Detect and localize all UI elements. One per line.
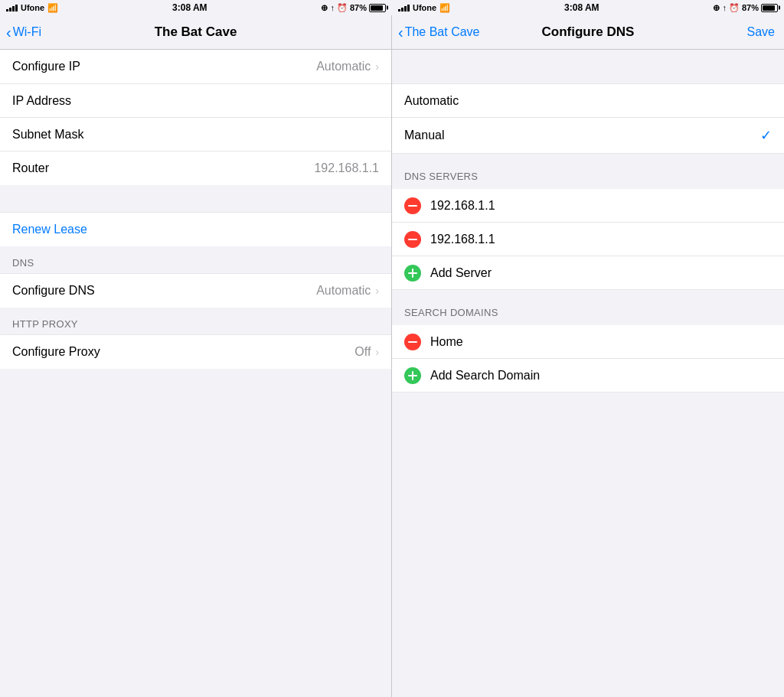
http-proxy-section-header: HTTP PROXY: [0, 318, 90, 330]
renew-lease-row[interactable]: Renew Lease: [0, 213, 391, 246]
router-value: 192.168.1.1: [314, 161, 379, 175]
separator-http: HTTP PROXY: [0, 308, 391, 335]
right-back-button[interactable]: ‹ The Bat Cave: [398, 24, 480, 41]
remove-dns-server-1-button[interactable]: [404, 197, 421, 214]
right-arrow-icon: ↑: [722, 3, 727, 12]
ip-address-label: IP Address: [12, 94, 71, 108]
configure-proxy-chevron-icon: ›: [375, 346, 379, 358]
add-server-row[interactable]: Add Server: [392, 256, 784, 290]
left-back-chevron-icon: ‹: [6, 24, 11, 41]
configure-proxy-value: Off ›: [354, 345, 379, 359]
automatic-option-label: Automatic: [404, 94, 459, 108]
add-search-domain-button[interactable]: [404, 367, 421, 384]
add-server-label: Add Server: [430, 266, 492, 280]
remove-home-domain-button[interactable]: [404, 334, 421, 350]
separator-dns: DNS: [0, 246, 391, 274]
left-status-right: ⊕ ↑ ⏰ 87%: [321, 3, 386, 13]
subnet-mask-row: Subnet Mask: [0, 118, 391, 151]
right-time: 3:08 AM: [564, 2, 599, 13]
right-status-right: ⊕ ↑ ⏰ 87%: [713, 3, 778, 13]
dns-servers-header-label: DNS SERVERS: [404, 171, 478, 182]
dns-servers-section-header: DNS SERVERS: [392, 154, 784, 189]
add-search-domain-label: Add Search Domain: [430, 369, 540, 383]
left-nav-title: The Bat Cave: [155, 24, 237, 40]
right-alarm-icon: ⏰: [729, 3, 740, 13]
configure-ip-chevron-icon: ›: [375, 60, 379, 73]
configure-proxy-row[interactable]: Configure Proxy Off ›: [0, 335, 391, 369]
left-signal-icon: [6, 5, 18, 11]
configure-proxy-label: Configure Proxy: [12, 345, 100, 359]
configure-ip-value: Automatic ›: [316, 60, 379, 73]
configure-dns-row[interactable]: Configure DNS Automatic ›: [0, 274, 391, 308]
router-label: Router: [12, 161, 49, 175]
left-battery-pct: 87%: [350, 3, 367, 12]
left-carrier: Ufone: [21, 3, 44, 12]
search-domain-home-value: Home: [430, 335, 463, 349]
configure-ip-row[interactable]: Configure IP Automatic ›: [0, 50, 391, 83]
manual-option-label: Manual: [404, 129, 444, 142]
left-location-icon: ⊕: [321, 3, 328, 13]
dns-server-2-row: 192.168.1.1: [392, 223, 784, 256]
right-panel: Automatic Manual ✓ DNS SERVERS 192.168.1…: [392, 50, 784, 697]
manual-checkmark-icon: ✓: [760, 127, 772, 144]
manual-option-row[interactable]: Manual ✓: [392, 118, 784, 154]
right-nav-title: Configure DNS: [542, 24, 635, 40]
right-location-icon: ⊕: [713, 3, 720, 13]
search-domains-header-label: SEARCH DOMAINS: [404, 307, 498, 318]
configure-ip-label: Configure IP: [12, 60, 80, 73]
router-row: Router 192.168.1.1: [0, 151, 391, 185]
configure-dns-label: Configure DNS: [12, 284, 95, 298]
subnet-mask-label: Subnet Mask: [12, 128, 83, 142]
add-server-button[interactable]: [404, 265, 421, 282]
left-battery-icon: [369, 4, 386, 12]
automatic-option-row[interactable]: Automatic: [392, 84, 784, 118]
right-battery-pct: 87%: [742, 3, 759, 12]
right-top-spacer: [392, 50, 784, 84]
left-alarm-icon: ⏰: [337, 3, 348, 13]
separator-1: [0, 185, 391, 213]
remove-dns-server-2-button[interactable]: [404, 231, 421, 248]
renew-lease-label: Renew Lease: [12, 223, 87, 236]
left-status-left: Ufone 📶: [6, 3, 58, 13]
left-arrow-icon: ↑: [330, 3, 335, 12]
dns-server-1-row: 192.168.1.1: [392, 189, 784, 223]
save-button[interactable]: Save: [747, 25, 775, 39]
right-carrier: Ufone: [413, 3, 436, 12]
left-panel: Configure IP Automatic › IP Address Subn…: [0, 50, 392, 697]
right-battery-icon: [761, 4, 778, 12]
search-domain-home-row: Home: [392, 325, 784, 359]
right-back-chevron-icon: ‹: [398, 24, 403, 41]
configure-dns-chevron-icon: ›: [375, 285, 379, 297]
configure-dns-value: Automatic ›: [316, 284, 379, 298]
right-status-left: Ufone 📶: [398, 3, 450, 13]
add-search-domain-row[interactable]: Add Search Domain: [392, 359, 784, 392]
dns-section-header: DNS: [0, 257, 46, 269]
dns-server-1-value: 192.168.1.1: [430, 199, 495, 213]
left-wifi-icon: 📶: [47, 3, 58, 13]
dns-server-2-value: 192.168.1.1: [430, 233, 495, 246]
left-time: 3:08 AM: [172, 2, 207, 13]
right-wifi-icon: 📶: [439, 3, 450, 13]
left-back-label: Wi-Fi: [13, 25, 41, 39]
left-back-button[interactable]: ‹ Wi-Fi: [6, 24, 41, 41]
search-domains-section-header: SEARCH DOMAINS: [392, 290, 784, 325]
right-signal-icon: [398, 5, 410, 11]
ip-address-row: IP Address: [0, 84, 391, 118]
right-back-label: The Bat Cave: [405, 25, 480, 39]
